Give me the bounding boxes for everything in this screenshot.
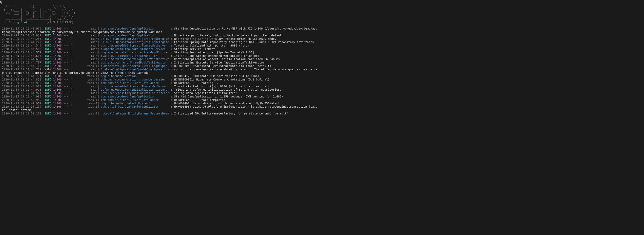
- log-logger: JpaBaseConfiguration$JpaWebConfiguration: [101, 68, 169, 71]
- log-pid: 14806: [53, 78, 62, 81]
- log-logger: o.apache.catalina.core.StandardService: [101, 47, 169, 50]
- log-level: INFO: [45, 85, 52, 88]
- log-thread: [ main]: [70, 44, 101, 47]
- log-thread: [ main]: [70, 47, 101, 50]
- log-timestamp: 2020-11-05 13:12:44.737: [2, 61, 45, 64]
- log-thread: [ task-1]: [70, 78, 101, 81]
- log-line: g view rendering. Explicitly configure s…: [2, 71, 644, 75]
- log-thread: [ main]: [70, 85, 101, 88]
- log-pid: 14806: [53, 40, 62, 44]
- log-thread: [ main]: [70, 58, 101, 61]
- log-pid: 14806: [53, 47, 62, 50]
- log-pid: 14806: [53, 68, 62, 71]
- log-thread: [ task-1]: [70, 98, 101, 102]
- log-wrap-continuation: kshop/target/classes started by rorypred…: [2, 30, 164, 34]
- log-line: 2020-11-05 13:12:44.763 INFO 14806 --- […: [2, 64, 644, 68]
- log-timestamp: 2020-11-05 13:12:50.108: [2, 112, 45, 115]
- log-line: 2020-11-05 13:12:43.960 INFO 14806 --- […: [2, 27, 644, 30]
- log-level: INFO: [45, 102, 52, 105]
- log-thread: [ main]: [70, 61, 101, 64]
- log-timestamp: 2020-11-05 13:12:43.961: [2, 34, 45, 37]
- log-logger: org.apache.catalina.core.StandardEngine: [101, 51, 169, 54]
- log-logger: o.h.e.t.j.p.i.JtaPlatformInitiator: [101, 105, 169, 108]
- log-level: INFO: [45, 95, 52, 98]
- log-message: Bootstrapping Spring Data JPA repositori…: [174, 37, 276, 40]
- log-pid: 14806: [53, 44, 62, 47]
- log-message: Started DemoApplication in 1.259 seconds…: [174, 95, 283, 98]
- log-level: INFO: [45, 81, 52, 84]
- log-separator: ---: [62, 37, 70, 40]
- log-timestamp: 2020-11-05 13:12:44.763: [2, 64, 45, 68]
- log-timestamp: 2020-11-05 13:12:44.980: [2, 95, 45, 98]
- log-level: INFO: [45, 58, 52, 61]
- log-pid: 14806: [53, 92, 62, 95]
- log-separator: ---: [62, 95, 70, 98]
- log-line: 2020-11-05 13:12:44.635 INFO 14806 --- […: [2, 54, 644, 58]
- log-output[interactable]: 2020-11-05 13:12:43.960 INFO 14806 --- […: [2, 27, 644, 115]
- log-pid: 14806: [53, 85, 62, 88]
- log-message: Tomcat started on port(s): 8080 (http) w…: [174, 85, 274, 88]
- log-message: Starting service [Tomcat]: [174, 47, 217, 50]
- log-logger: com.example.demo.DemoApplication: [101, 95, 169, 98]
- log-thread: [ main]: [70, 40, 101, 44]
- log-line: 2020-11-05 13:12:44.265 INFO 14806 --- […: [2, 37, 644, 41]
- log-separator: ---: [62, 92, 70, 95]
- log-message: Initializing Spring embedded WebApplicat…: [174, 54, 259, 58]
- log-logger: o.s.b.w.embedded.tomcat.TomcatWebServer: [101, 44, 169, 47]
- log-timestamp: 2020-11-05 13:12:49.959: [2, 98, 45, 102]
- spring-ascii-banner: ____ _ __ _ _ / ___'_ __ _ _(_)_ __ __ _…: [2, 2, 644, 21]
- log-pid: 14806: [53, 64, 62, 68]
- log-thread: [ main]: [70, 54, 101, 58]
- log-message: HHH000490: Using JtaPlatform implementat…: [174, 105, 317, 108]
- log-pid: 14806: [53, 27, 62, 30]
- log-line: 2020-11-05 13:12:44.933 INFO 14806 --- […: [2, 81, 644, 85]
- log-message: Initialized JPA EntityManagerFactory for…: [174, 112, 288, 115]
- log-level: INFO: [45, 74, 52, 78]
- log-line: 2020-11-05 13:12:44.973 INFO 14806 --- […: [2, 85, 644, 88]
- log-timestamp: 2020-11-05 13:12:44.933: [2, 81, 45, 84]
- log-pid: 14806: [53, 102, 62, 105]
- log-timestamp: 2020-11-05 13:12:50.104: [2, 105, 45, 108]
- log-thread: [ task-1]: [70, 64, 101, 68]
- log-message: Triggering deferred initialization of Sp…: [174, 88, 281, 91]
- log-level: INFO: [45, 37, 52, 40]
- log-separator: ---: [62, 40, 70, 44]
- log-message: HikariPool-1 - Start completed.: [174, 98, 227, 102]
- log-line: 2020-11-05 13:12:43.961 INFO 14806 --- […: [2, 34, 644, 37]
- log-pid: 14806: [53, 81, 62, 84]
- log-timestamp: 2020-11-05 13:12:44.635: [2, 58, 45, 61]
- log-separator: ---: [62, 47, 70, 50]
- log-pid: 14806: [53, 95, 62, 98]
- log-thread: [ task-1]: [70, 81, 101, 84]
- log-thread: [ main]: [70, 95, 101, 98]
- log-separator: ---: [62, 44, 70, 47]
- log-separator: ---: [62, 112, 70, 115]
- log-logger: org.hibernate.Version: [101, 74, 169, 78]
- log-separator: ---: [62, 105, 70, 108]
- spring-boot-banner: :: Spring Boot :: (v2.3.2.RELEASE): [2, 21, 644, 24]
- log-pid: 14806: [53, 98, 62, 102]
- log-message: Root WebApplicationContext: initializati…: [174, 58, 280, 61]
- log-level: INFO: [45, 54, 52, 58]
- log-line: 2020-11-05 13:12:44.737 INFO 14806 --- […: [2, 61, 644, 64]
- log-line: 2020-11-05 13:12:44.872 INFO 14806 --- […: [2, 78, 644, 81]
- log-line: kshop/target/classes started by rorypred…: [2, 30, 644, 34]
- log-message: HHH000204: Processing PersistenceUnitInf…: [174, 64, 271, 68]
- log-timestamp: 2020-11-05 13:12:44.872: [2, 78, 45, 81]
- log-logger: o.hibernate.annotations.common.Version: [101, 78, 169, 81]
- log-wrap-continuation: g view rendering. Explicitly configure s…: [2, 71, 148, 74]
- log-separator: ---: [62, 34, 70, 37]
- log-level: INFO: [45, 34, 52, 37]
- log-level: INFO: [45, 27, 52, 30]
- log-message: Starting Servlet engine: [Apache Tomcat/…: [174, 51, 254, 54]
- log-thread: [ task-1]: [70, 112, 101, 115]
- log-line: nal.NoJtaPlatform]: [2, 108, 644, 112]
- log-pid: 14806: [53, 37, 62, 40]
- log-message: Tomcat initialized with port(s): 8080 (h…: [174, 44, 249, 47]
- log-line: 2020-11-05 13:12:44.973 INFO 14806 --- […: [2, 88, 644, 92]
- log-level: INFO: [45, 61, 52, 64]
- log-message: No active profile set, falling back to d…: [174, 34, 283, 37]
- log-line: 2020-11-05 13:12:44.772 WARN 14806 --- […: [2, 68, 644, 71]
- banner-label: :: Spring Boot ::: [2, 21, 33, 24]
- log-line: 2020-11-05 13:12:50.104 INFO 14806 --- […: [2, 105, 644, 108]
